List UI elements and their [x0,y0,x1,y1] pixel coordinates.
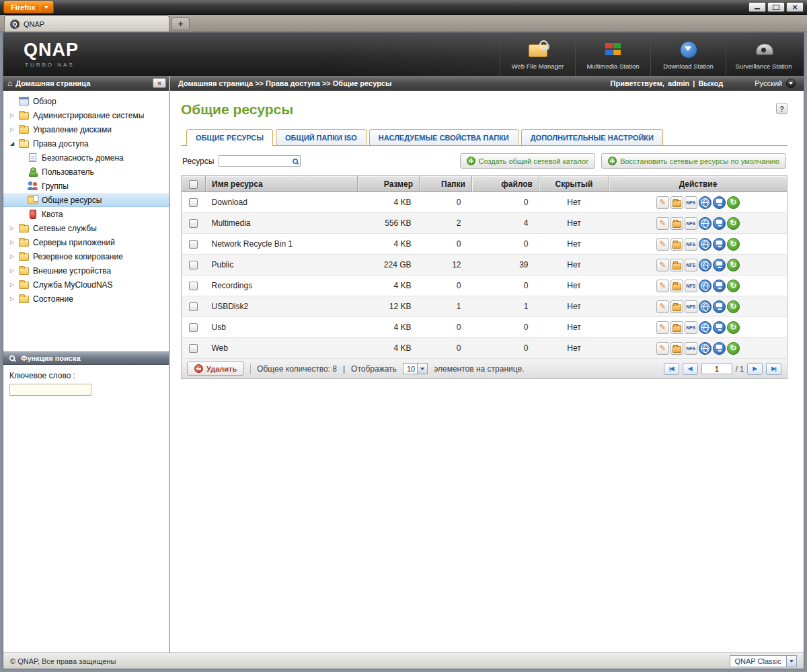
nfs-icon[interactable]: NFS [685,238,697,251]
refresh-icon[interactable] [727,217,740,230]
sidebar-item-quota[interactable]: Квота [3,207,169,221]
sidebar-item-access-rights[interactable]: Права доступа [3,136,169,151]
keyword-input[interactable] [9,384,91,396]
sidebar-item-domain-security[interactable]: Безопасность домена [3,151,169,165]
row-checkbox[interactable] [189,198,198,207]
web-access-icon[interactable] [699,300,712,313]
sidebar-item-system-administration[interactable]: Администрирование системы [3,108,169,122]
firefox-menu-button[interactable]: Firefox [3,1,54,13]
per-page-select[interactable]: 10 [403,363,428,374]
expand-arrow-icon[interactable] [10,225,19,231]
sidebar-item-status[interactable]: Состояние [3,292,169,306]
folder-permissions-icon[interactable] [670,259,683,271]
network-drive-icon[interactable] [713,280,726,292]
web-access-icon[interactable] [699,321,712,334]
row-checkbox[interactable] [189,323,198,332]
edit-icon[interactable] [656,217,669,230]
create-share-button[interactable]: Создать общий сетевой каталог [460,153,596,169]
new-tab-button[interactable]: + [171,17,190,30]
expand-arrow-icon[interactable] [10,239,19,245]
folder-permissions-icon[interactable] [670,196,683,209]
nfs-icon[interactable]: NFS [685,342,697,355]
theme-select[interactable]: QNAP Classic [730,655,797,667]
edit-icon[interactable] [656,238,669,251]
share-filter-input[interactable] [219,155,301,167]
network-drive-icon[interactable] [713,217,726,230]
sidebar-item-external-devices[interactable]: Внешние устройства [3,263,169,278]
sidebar-item-application-servers[interactable]: Серверы приложений [3,235,169,249]
expand-arrow-icon[interactable] [10,282,19,288]
network-drive-icon[interactable] [713,238,726,251]
sidebar-item-groups[interactable]: Группы [3,179,169,193]
web-access-icon[interactable] [699,342,712,355]
web-file-manager-shortcut[interactable]: Web File Manager [500,33,575,76]
folder-permissions-icon[interactable] [670,238,683,251]
nfs-icon[interactable]: NFS [685,321,697,334]
nfs-icon[interactable]: NFS [685,196,697,209]
nfs-icon[interactable]: NFS [685,300,697,313]
web-access-icon[interactable] [699,217,712,230]
maximize-button[interactable] [767,2,785,12]
refresh-icon[interactable] [727,280,740,292]
expand-arrow-icon[interactable] [10,296,19,302]
search-icon[interactable] [293,158,299,165]
tab-iso-shared-folders[interactable]: ОБЩИЙ ПАПКИ ISO [276,129,367,145]
sidebar-item-shared-folders[interactable]: Общие ресурсы [3,193,169,207]
edit-icon[interactable] [656,196,669,209]
folder-permissions-icon[interactable] [670,321,683,334]
expand-arrow-icon[interactable] [10,253,19,259]
web-access-icon[interactable] [699,259,712,271]
download-station-shortcut[interactable]: Download Station [650,33,726,76]
refresh-icon[interactable] [727,342,740,355]
network-drive-icon[interactable] [713,196,726,209]
previous-page-button[interactable] [683,363,698,375]
row-checkbox[interactable] [189,219,198,228]
tab-advanced-options[interactable]: ДОПОЛНИТЕЛЬНЫЕ НАСТРОЙКИ [521,129,663,145]
row-checkbox[interactable] [189,282,198,290]
refresh-icon[interactable] [727,259,740,271]
sidebar-collapse-button[interactable]: « [153,78,166,88]
breadcrumb[interactable]: Домашняя страница >> Права доступа >> Об… [178,79,391,87]
sidebar-item-network-services[interactable]: Сетевые службы [3,221,169,235]
sidebar-item-users[interactable]: Пользователь [3,165,169,179]
browser-tab-qnap[interactable]: QNAP [4,15,169,32]
nfs-icon[interactable]: NFS [685,259,697,271]
page-number-input[interactable] [701,364,732,374]
edit-icon[interactable] [656,321,669,334]
sidebar-item-disk-management[interactable]: Управление дисками [3,122,169,136]
delete-button[interactable]: Удалить [187,362,244,376]
folder-permissions-icon[interactable] [670,217,683,230]
expand-arrow-icon[interactable] [10,267,19,274]
sidebar-item-mycloudnas[interactable]: Служба MyCloudNAS [3,278,169,292]
nfs-icon[interactable]: NFS [685,217,697,230]
nfs-icon[interactable]: NFS [685,280,697,292]
logout-link[interactable]: Выход [698,79,723,87]
select-all-checkbox[interactable] [189,180,198,189]
collapse-arrow-icon[interactable] [10,140,19,146]
edit-icon[interactable] [656,280,669,292]
tab-folder-aggregation[interactable]: НАСЛЕДУЕМЫЕ СВОЙСТВА ПАПКИ [369,129,518,145]
refresh-icon[interactable] [727,300,740,313]
network-drive-icon[interactable] [713,321,726,334]
web-access-icon[interactable] [699,280,712,292]
web-access-icon[interactable] [699,238,712,251]
tab-shared-folders[interactable]: ОБЩИЕ РЕСУРСЫ [186,129,273,146]
web-access-icon[interactable] [699,196,712,209]
edit-icon[interactable] [656,300,669,313]
row-checkbox[interactable] [189,240,198,249]
row-checkbox[interactable] [189,302,198,311]
help-button[interactable]: ? [776,103,787,114]
restore-default-shares-button[interactable]: Восстановить сетевые ресурсы по умолчани… [601,153,786,169]
expand-arrow-icon[interactable] [10,126,19,132]
surveillance-station-shortcut[interactable]: Surveillance Station [726,33,801,76]
network-drive-icon[interactable] [713,259,726,271]
network-drive-icon[interactable] [713,300,726,313]
edit-icon[interactable] [656,259,669,271]
expand-arrow-icon[interactable] [10,112,19,118]
folder-permissions-icon[interactable] [670,300,683,313]
folder-permissions-icon[interactable] [670,280,683,292]
minimize-button[interactable] [748,2,766,12]
language-dropdown-button[interactable] [786,79,796,88]
row-checkbox[interactable] [189,261,198,269]
network-drive-icon[interactable] [713,342,726,355]
